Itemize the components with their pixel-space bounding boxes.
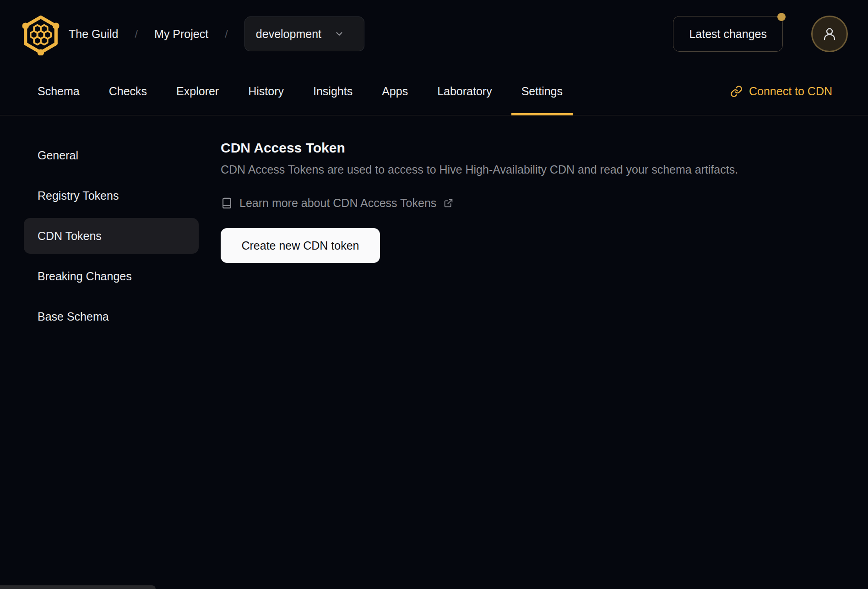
tab-insights[interactable]: Insights (303, 68, 363, 115)
breadcrumb-separator: / (225, 27, 228, 40)
target-select[interactable]: development (244, 16, 364, 51)
create-cdn-token-button[interactable]: Create new CDN token (221, 228, 380, 263)
page-description: CDN Access Tokens are used to access to … (221, 163, 738, 176)
link-chain-icon (730, 85, 743, 98)
bottom-toast-partial (0, 585, 156, 589)
connect-to-cdn-label: Connect to CDN (749, 85, 832, 98)
latest-changes-label: Latest changes (689, 27, 767, 40)
breadcrumb-org[interactable]: The Guild (69, 27, 118, 41)
settings-sidebar: General Registry Tokens CDN Tokens Break… (0, 137, 199, 334)
cdn-token-section: CDN Access Token CDN Access Tokens are u… (221, 137, 738, 334)
sidebar-item-cdn-tokens[interactable]: CDN Tokens (24, 218, 199, 254)
header-actions: Latest changes (673, 16, 848, 52)
tab-settings[interactable]: Settings (511, 68, 573, 115)
connect-to-cdn-link[interactable]: Connect to CDN (730, 68, 832, 115)
book-icon (221, 197, 233, 209)
user-icon (821, 26, 838, 42)
sidebar-item-base-schema[interactable]: Base Schema (24, 299, 199, 334)
learn-more-label: Learn more about CDN Access Tokens (239, 196, 436, 210)
latest-changes-button[interactable]: Latest changes (673, 16, 783, 52)
tab-history[interactable]: History (238, 68, 294, 115)
tab-laboratory[interactable]: Laboratory (427, 68, 502, 115)
tab-checks[interactable]: Checks (99, 68, 157, 115)
breadcrumb-separator: / (135, 27, 138, 40)
target-select-value: development (256, 27, 321, 41)
tab-explorer[interactable]: Explorer (166, 68, 229, 115)
sidebar-item-breaking-changes[interactable]: Breaking Changes (24, 258, 199, 294)
settings-page: General Registry Tokens CDN Tokens Break… (0, 115, 868, 334)
breadcrumb-project[interactable]: My Project (154, 27, 208, 41)
tabs: Schema Checks Explorer History Insights … (27, 68, 573, 115)
project-tabbar: Schema Checks Explorer History Insights … (0, 68, 868, 115)
tab-schema[interactable]: Schema (27, 68, 90, 115)
user-menu-button[interactable] (811, 16, 848, 52)
hive-logo-icon[interactable] (20, 14, 61, 54)
top-header: The Guild / My Project / development Lat… (0, 0, 868, 68)
chevron-down-icon (334, 29, 344, 39)
notification-dot (777, 13, 786, 21)
page-title: CDN Access Token (221, 140, 738, 156)
external-link-icon (444, 198, 453, 208)
sidebar-item-registry-tokens[interactable]: Registry Tokens (24, 178, 199, 213)
tab-apps[interactable]: Apps (372, 68, 418, 115)
sidebar-item-general[interactable]: General (24, 137, 199, 173)
breadcrumb: The Guild / My Project / development (69, 16, 364, 51)
learn-more-link[interactable]: Learn more about CDN Access Tokens (221, 196, 738, 210)
